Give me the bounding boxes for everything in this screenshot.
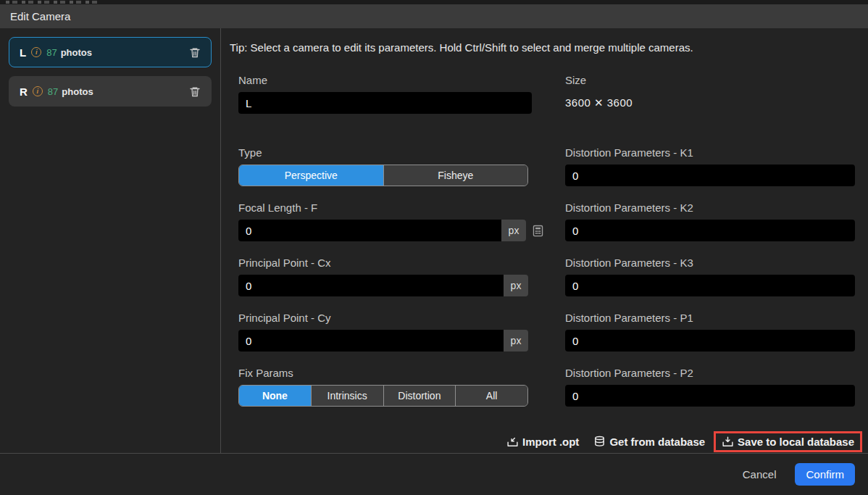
save-to-local-database-button[interactable]: Save to local database (722, 436, 854, 448)
distortion-k1-label: Distortion Parameters - K1 (565, 146, 855, 159)
focal-length-label: Focal Length - F (238, 201, 544, 214)
info-icon: i (31, 47, 41, 57)
camera-name: R (20, 86, 28, 98)
photo-count: 87 (48, 86, 58, 97)
info-icon: i (33, 86, 43, 96)
get-from-database-button[interactable]: Get from database (593, 436, 705, 448)
focal-calculator-button[interactable] (532, 225, 544, 237)
size-label: Size (565, 74, 855, 86)
type-label: Type (238, 146, 544, 159)
focal-length-unit: px (501, 220, 526, 241)
principal-cx-unit: px (504, 275, 528, 296)
distortion-p2-input[interactable] (565, 385, 855, 407)
camera-name: L (20, 46, 26, 59)
name-label: Name (238, 74, 544, 86)
import-icon (506, 436, 522, 448)
camera-list-sidebar: L i 87 photos R i 87 photos (0, 28, 221, 453)
camera-item-L[interactable]: L i 87 photos (9, 37, 212, 67)
camera-item-R[interactable]: R i 87 photos (9, 76, 212, 107)
dialog-header: Edit Camera (0, 4, 868, 28)
cancel-button[interactable]: Cancel (743, 468, 777, 481)
distortion-p1-label: Distortion Parameters - P1 (565, 312, 855, 324)
name-input[interactable] (238, 92, 532, 114)
fix-params-option-none[interactable]: None (239, 386, 311, 406)
distortion-p2-label: Distortion Parameters - P2 (565, 367, 855, 379)
type-segmented-control: Perspective Fisheye (238, 165, 528, 186)
principal-cy-label: Principal Point - Cy (238, 312, 544, 324)
database-actions-row: Import .opt Get from database Save to lo… (492, 431, 862, 452)
size-value: 3600 ✕ 3600 (565, 92, 855, 114)
principal-cx-input[interactable] (238, 275, 504, 296)
fix-params-label: Fix Params (238, 367, 544, 379)
annotation-highlight-box: Save to local database (714, 431, 862, 452)
type-option-fisheye[interactable]: Fisheye (383, 165, 528, 186)
fix-params-option-distortion[interactable]: Distortion (383, 386, 456, 406)
edit-camera-form: Tip: Select a camera to edit its paramet… (221, 28, 868, 453)
distortion-k2-input[interactable] (565, 220, 855, 241)
distortion-k2-label: Distortion Parameters - K2 (565, 201, 855, 214)
distortion-k1-input[interactable] (565, 165, 855, 186)
delete-camera-button[interactable] (189, 86, 201, 98)
save-icon (722, 436, 738, 448)
fix-params-option-intrinsics[interactable]: Intrinsics (311, 386, 383, 406)
fix-params-segmented-control: None Intrinsics Distortion All (238, 385, 528, 407)
calculator-icon (532, 225, 544, 237)
principal-cy-unit: px (504, 330, 528, 352)
distortion-k3-label: Distortion Parameters - K3 (565, 257, 855, 269)
edit-camera-dialog: Edit Camera L i 87 photos R i 87 photos (0, 0, 868, 495)
tip-text: Tip: Select a camera to edit its paramet… (230, 41, 868, 54)
background-clipped-strip (0, 0, 868, 4)
trash-icon (189, 86, 201, 98)
database-icon (593, 436, 609, 448)
type-option-perspective[interactable]: Perspective (239, 165, 383, 186)
photos-label: photos (61, 47, 92, 58)
principal-cx-label: Principal Point - Cx (238, 257, 544, 269)
import-opt-button[interactable]: Import .opt (506, 436, 579, 448)
distortion-p1-input[interactable] (565, 330, 855, 352)
confirm-button[interactable]: Confirm (795, 463, 855, 486)
delete-camera-button[interactable] (189, 46, 201, 59)
dialog-title: Edit Camera (10, 10, 70, 22)
dialog-footer: Cancel Confirm (0, 453, 868, 495)
principal-cy-input[interactable] (238, 330, 504, 352)
trash-icon (189, 46, 201, 59)
focal-length-input[interactable] (238, 220, 501, 241)
photos-label: photos (62, 86, 93, 97)
clipped-background-text (6, 1, 100, 4)
fix-params-option-all[interactable]: All (455, 386, 527, 406)
photo-count: 87 (46, 47, 57, 58)
distortion-k3-input[interactable] (565, 275, 855, 296)
